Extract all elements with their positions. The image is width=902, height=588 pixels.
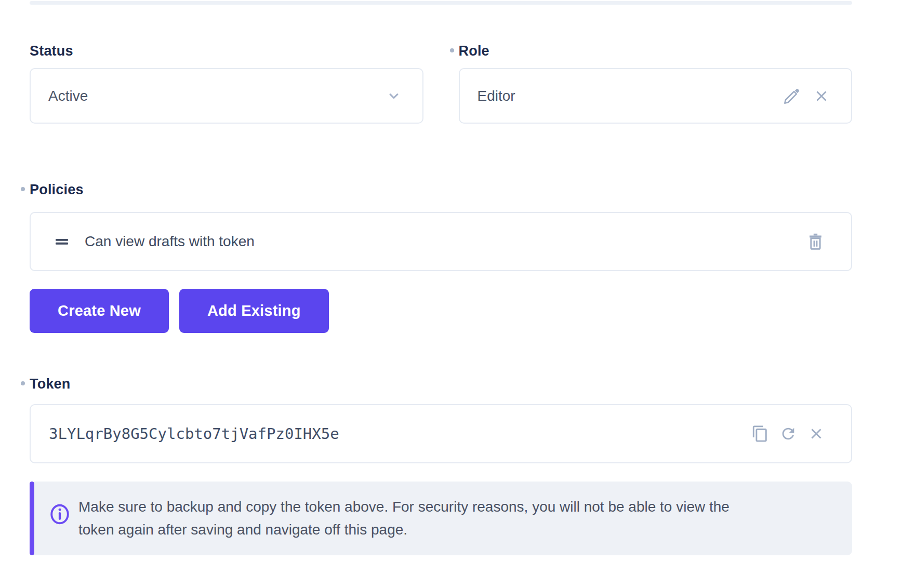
drag-handle-icon[interactable]: [54, 233, 70, 250]
section-divider: [30, 1, 852, 5]
status-label-row: Status: [30, 43, 423, 59]
required-dot: [21, 381, 25, 385]
status-select[interactable]: Active: [30, 68, 423, 124]
required-dot: [450, 48, 454, 52]
token-notice-alert: Make sure to backup and copy the token a…: [30, 482, 852, 555]
policies-label-row: Policies: [30, 181, 852, 198]
role-actions: [782, 86, 830, 106]
token-field: 3LYLqrBy8G5Cylcbto7tjVafPz0IHX5e: [30, 404, 852, 463]
status-selected-value: Active: [48, 88, 386, 104]
status-label: Status: [30, 43, 73, 59]
token-value: 3LYLqrBy8G5Cylcbto7tjVafPz0IHX5e: [49, 425, 751, 443]
trash-icon[interactable]: [806, 232, 825, 251]
policies-section: Policies Can view drafts with token: [30, 181, 852, 333]
role-label: Role: [459, 43, 489, 59]
role-field-group: Role Editor: [459, 43, 853, 124]
info-icon: [48, 502, 71, 527]
token-label: Token: [30, 376, 71, 392]
token-section: Token 3LYLqrBy8G5Cylcbto7tjVafPz0IHX5e: [30, 376, 852, 555]
status-field-group: Status Active: [30, 43, 423, 124]
create-new-button[interactable]: Create New: [30, 289, 169, 333]
token-actions: [751, 425, 825, 443]
role-label-row: Role: [459, 43, 853, 59]
refresh-icon[interactable]: [779, 425, 797, 443]
add-existing-button[interactable]: Add Existing: [179, 289, 329, 333]
policy-buttons: Create New Add Existing: [30, 289, 852, 333]
policy-item: Can view drafts with token: [30, 212, 852, 271]
pencil-icon[interactable]: [782, 86, 802, 106]
copy-icon[interactable]: [751, 425, 769, 443]
api-key-form: Status Active Role Editor: [0, 1, 902, 555]
policy-title: Can view drafts with token: [85, 233, 806, 250]
status-role-row: Status Active Role Editor: [30, 43, 852, 124]
policies-label: Policies: [30, 182, 84, 198]
close-icon[interactable]: [807, 425, 825, 443]
token-label-row: Token: [30, 376, 852, 392]
required-dot: [21, 187, 25, 191]
close-icon[interactable]: [813, 87, 830, 105]
role-value: Editor: [477, 88, 782, 104]
alert-accent-bar: [30, 482, 34, 555]
chevron-down-icon: [386, 88, 402, 104]
token-notice-text: Make sure to backup and copy the token a…: [78, 496, 744, 541]
role-field: Editor: [459, 68, 853, 124]
